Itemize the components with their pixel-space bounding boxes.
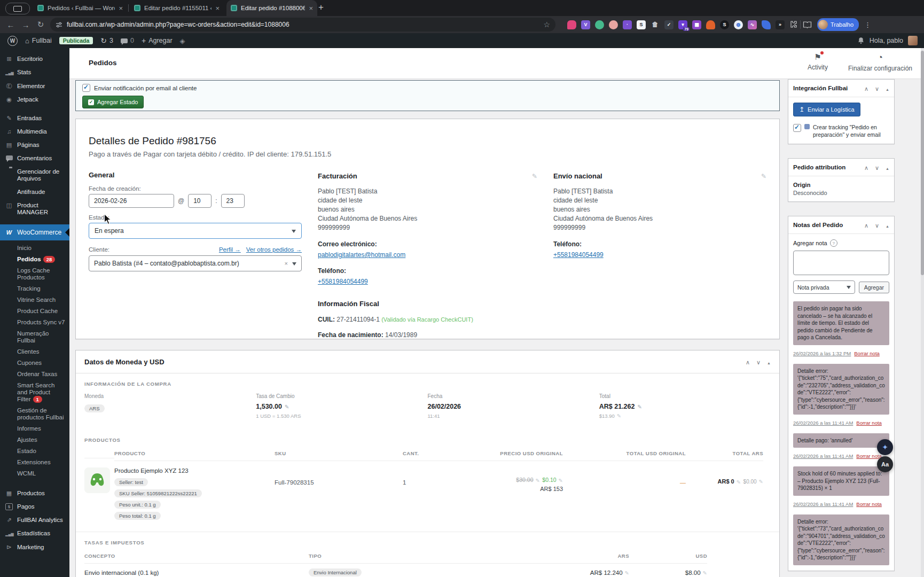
edit-rate-icon[interactable]	[285, 403, 289, 410]
extension-icon[interactable]	[706, 20, 715, 29]
submenu-logs-cache[interactable]: Logs Cache Productos	[17, 265, 69, 283]
sidebar-item-comentarios[interactable]: Comentarios	[0, 152, 69, 165]
extension-icon[interactable]: ▾79	[678, 20, 687, 29]
tab-close-icon[interactable]: ×	[215, 4, 220, 12]
sidebar-item-escritorio[interactable]: Escritorio	[0, 52, 69, 66]
extension-icon[interactable]: ∿	[748, 20, 757, 29]
edit-price-icon[interactable]	[535, 475, 539, 485]
move-down-icon[interactable]	[875, 83, 879, 93]
page-scrollbar[interactable]	[921, 48, 924, 577]
submenu-estado[interactable]: Estado	[17, 446, 69, 457]
browser-menu-icon[interactable]: ⋮	[864, 21, 871, 29]
sidebar-item-product-manager[interactable]: Product MANAGER	[0, 199, 69, 219]
product-thumbnail[interactable]	[84, 467, 110, 493]
edit-tax-icon[interactable]	[625, 570, 629, 576]
move-down-icon[interactable]	[875, 220, 879, 230]
edit-billing-icon[interactable]	[532, 171, 537, 181]
site-home-item[interactable]: Fullbai	[25, 37, 52, 45]
shipping-phone-link[interactable]: +5581984054499	[553, 251, 604, 259]
profile-link[interactable]: Perfil →	[219, 246, 241, 253]
move-down-icon[interactable]	[756, 357, 761, 367]
send-logistics-button[interactable]: Enviar a Logística	[793, 103, 860, 116]
site-settings-icon[interactable]	[56, 21, 62, 28]
submenu-products-sync[interactable]: Products Sync v7	[17, 317, 69, 328]
submenu-numeracao[interactable]: Numeração Fullbai	[17, 328, 69, 346]
translate-button[interactable]: Aa	[877, 456, 893, 472]
clear-icon[interactable]: ×	[285, 260, 288, 267]
edit-shipping-icon[interactable]	[761, 171, 766, 181]
edit-total-usd-icon[interactable]	[617, 413, 621, 419]
sidebar-item-multimedia[interactable]: Multimedia	[0, 125, 69, 138]
edit-price-icon[interactable]	[559, 475, 563, 485]
submenu-wcml[interactable]: WCML	[17, 468, 69, 479]
extension-icon[interactable]: S	[720, 20, 729, 29]
hour-input[interactable]: 10	[188, 194, 212, 208]
note-date-link[interactable]: 26/02/2026 a las 11:41 AM	[793, 420, 853, 426]
sidebar-item-entradas[interactable]: Entradas	[0, 112, 69, 125]
submenu-smart-search[interactable]: Smart Search and Product Filter1	[17, 380, 69, 405]
move-up-icon[interactable]	[864, 220, 868, 230]
browser-tab-2[interactable]: Editar pedido #1155011 ‹ Full ×	[130, 0, 224, 16]
note-textarea[interactable]	[793, 251, 889, 275]
sidebar-item-estadisticas[interactable]: Estadísticas	[0, 527, 69, 541]
finish-setup-button[interactable]: Finalizar configuración	[848, 52, 912, 72]
sidebar-item-antifraude[interactable]: Antifraude	[0, 185, 69, 199]
ai-assistant-button[interactable]: ✦	[877, 439, 893, 455]
reload-icon[interactable]: ↻	[33, 20, 48, 29]
sidebar-item-fullbai-analytics[interactable]: FullBAI Analytics	[0, 513, 69, 527]
extension-icon[interactable]: ✓	[664, 20, 674, 29]
bookmark-star-icon[interactable]: ☆	[543, 20, 550, 29]
forward-icon[interactable]: →	[18, 20, 33, 29]
collapse-toggle-icon[interactable]	[886, 220, 889, 230]
updates-item[interactable]: 3	[100, 36, 113, 45]
tab-close-icon[interactable]: ×	[119, 4, 123, 12]
status-select[interactable]: En espera	[89, 223, 302, 239]
new-tab-button[interactable]: +	[318, 2, 324, 13]
browser-tab-1[interactable]: Pedidos ‹ Fullbai — WordPres ×	[33, 0, 127, 16]
date-input[interactable]: 2026-02-26	[89, 194, 174, 208]
minute-input[interactable]: 23	[221, 194, 245, 208]
sidebar-item-gerenciador[interactable]: Gerenciador de Arquivos	[0, 165, 69, 185]
browser-tab-active[interactable]: Editar pedido #1088006 ‹ Ful ×	[226, 0, 317, 16]
submenu-vitrine-search[interactable]: Vitrine Search	[17, 294, 69, 306]
sidebar-item-pagos[interactable]: $Pagos	[0, 500, 69, 513]
help-icon[interactable]: ?	[830, 239, 837, 247]
greeting-text[interactable]: Hola, pablo	[870, 37, 903, 44]
move-down-icon[interactable]	[875, 162, 879, 172]
elementor-item[interactable]	[180, 37, 185, 45]
extension-icon[interactable]	[595, 20, 604, 29]
submenu-clientes[interactable]: Clientes	[17, 346, 69, 357]
move-up-icon[interactable]	[864, 162, 868, 172]
extension-icon[interactable]: V	[581, 20, 590, 29]
tab-close-icon[interactable]: ×	[309, 4, 313, 12]
user-avatar[interactable]	[908, 36, 918, 45]
move-up-icon[interactable]	[746, 357, 750, 367]
sidebar-item-paginas[interactable]: Páginas	[0, 138, 69, 152]
submenu-pedidos[interactable]: Pedidos28	[17, 254, 69, 265]
extension-icon[interactable]	[762, 20, 771, 29]
collapse-toggle-icon[interactable]	[767, 357, 771, 367]
extension-icon[interactable]: 🗑	[651, 20, 660, 29]
delete-note-link[interactable]: Borrar nota	[854, 350, 880, 356]
scrollbar-thumb[interactable]	[921, 51, 924, 275]
customer-select[interactable]: Pablo Batista (#4 – contato@pablobaptist…	[89, 255, 302, 271]
extensions-puzzle-icon[interactable]	[789, 20, 798, 29]
submenu-product-cache[interactable]: Product Cache	[17, 306, 69, 317]
tab-search-button[interactable]	[5, 3, 30, 14]
note-type-select[interactable]: Nota privada	[793, 280, 855, 294]
extension-icon[interactable]	[609, 20, 618, 29]
submenu-informes[interactable]: Informes	[17, 423, 69, 434]
address-bar[interactable]: fullbai.com.ar/wp-admin/admin.php?page=w…	[50, 18, 555, 32]
note-date-link[interactable]: 26/02/2026 a las 1:32 PM	[793, 350, 851, 356]
new-content-item[interactable]: Agregar	[142, 36, 173, 45]
delete-note-link[interactable]: Borrar nota	[856, 420, 882, 426]
edit-tax-icon[interactable]	[703, 570, 707, 576]
extension-icon[interactable]: ◍	[734, 20, 743, 29]
back-icon[interactable]: ←	[3, 20, 18, 29]
delete-note-link[interactable]: Borrar nota	[856, 453, 882, 459]
extension-icon[interactable]	[567, 20, 576, 29]
browser-profile-chip[interactable]: Trabalho	[817, 18, 859, 31]
activity-button[interactable]: Activity	[808, 52, 828, 72]
submenu-ordenar-taxas[interactable]: Ordenar Taxas	[17, 369, 69, 380]
submenu-inicio[interactable]: Inicio	[17, 243, 69, 254]
